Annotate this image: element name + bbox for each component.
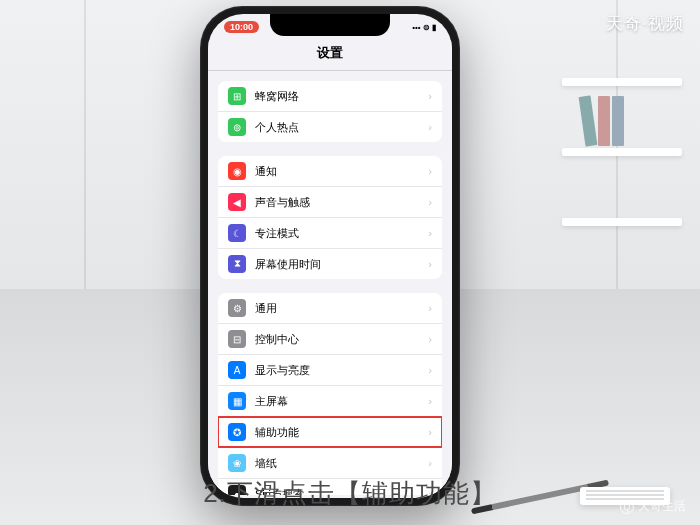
row-label: 个人热点	[255, 120, 428, 135]
accessibility-icon: ✪	[228, 423, 246, 441]
focus-icon: ☾	[228, 224, 246, 242]
wallpaper-icon: ❀	[228, 454, 246, 472]
watermark-bottom-text: 天奇生活	[638, 498, 686, 515]
row-label: 墙纸	[255, 456, 428, 471]
row-label: 蜂窝网络	[255, 89, 428, 104]
settings-row-hotspot[interactable]: ⊚个人热点›	[218, 112, 442, 142]
row-label: 主屏幕	[255, 394, 428, 409]
chevron-right-icon: ›	[428, 121, 432, 133]
chevron-right-icon: ›	[428, 302, 432, 314]
watermark-icon: Q	[620, 500, 634, 514]
phone-screen: 10:00 ••• ⊜ ▮ 设置 ⊞蜂窝网络›⊚个人热点›◉通知›◀声音与触感›…	[208, 14, 452, 498]
cellular-icon: ⊞	[228, 87, 246, 105]
sounds-icon: ◀	[228, 193, 246, 211]
page-title: 设置	[208, 40, 452, 71]
settings-row-screentime[interactable]: ⧗屏幕使用时间›	[218, 249, 442, 279]
control-center-icon: ⊟	[228, 330, 246, 348]
status-time: 10:00	[224, 21, 259, 33]
settings-row-sounds[interactable]: ◀声音与触感›	[218, 187, 442, 218]
chevron-right-icon: ›	[428, 196, 432, 208]
row-label: 显示与亮度	[255, 363, 428, 378]
row-label: 辅助功能	[255, 425, 428, 440]
row-label: 屏幕使用时间	[255, 257, 428, 272]
settings-row-notifications[interactable]: ◉通知›	[218, 156, 442, 187]
watermark-bottom: Q 天奇生活	[620, 498, 686, 515]
settings-row-display[interactable]: A显示与亮度›	[218, 355, 442, 386]
settings-group: ⊞蜂窝网络›⊚个人热点›	[218, 81, 442, 142]
settings-row-wallpaper[interactable]: ❀墙纸›	[218, 448, 442, 479]
settings-row-accessibility[interactable]: ✪辅助功能›	[218, 417, 442, 448]
home-screen-icon: ▦	[228, 392, 246, 410]
chevron-right-icon: ›	[428, 333, 432, 345]
chevron-right-icon: ›	[428, 90, 432, 102]
general-icon: ⚙	[228, 299, 246, 317]
settings-list[interactable]: ⊞蜂窝网络›⊚个人热点›◉通知›◀声音与触感›☾专注模式›⧗屏幕使用时间›⚙通用…	[208, 71, 452, 495]
settings-group: ⚙通用›⊟控制中心›A显示与亮度›▦主屏幕›✪辅助功能›❀墙纸›●Siri与搜索…	[218, 293, 442, 495]
row-label: 专注模式	[255, 226, 428, 241]
settings-row-general[interactable]: ⚙通用›	[218, 293, 442, 324]
row-label: 控制中心	[255, 332, 428, 347]
settings-group: ◉通知›◀声音与触感›☾专注模式›⧗屏幕使用时间›	[218, 156, 442, 279]
row-label: 通用	[255, 301, 428, 316]
row-label: 声音与触感	[255, 195, 428, 210]
phone-notch	[270, 14, 390, 36]
watermark-top: 天奇·视频	[606, 12, 684, 35]
settings-row-home-screen[interactable]: ▦主屏幕›	[218, 386, 442, 417]
hotspot-icon: ⊚	[228, 118, 246, 136]
chevron-right-icon: ›	[428, 426, 432, 438]
chevron-right-icon: ›	[428, 457, 432, 469]
chevron-right-icon: ›	[428, 165, 432, 177]
bookshelf	[562, 78, 682, 238]
display-icon: A	[228, 361, 246, 379]
settings-row-control-center[interactable]: ⊟控制中心›	[218, 324, 442, 355]
instruction-caption: 2.下滑点击【辅助功能】	[203, 476, 497, 511]
settings-row-cellular[interactable]: ⊞蜂窝网络›	[218, 81, 442, 112]
notifications-icon: ◉	[228, 162, 246, 180]
chevron-right-icon: ›	[428, 364, 432, 376]
chevron-right-icon: ›	[428, 227, 432, 239]
settings-row-focus[interactable]: ☾专注模式›	[218, 218, 442, 249]
screentime-icon: ⧗	[228, 255, 246, 273]
chevron-right-icon: ›	[428, 258, 432, 270]
phone-frame: 10:00 ••• ⊜ ▮ 设置 ⊞蜂窝网络›⊚个人热点›◉通知›◀声音与触感›…	[200, 6, 460, 506]
row-label: 通知	[255, 164, 428, 179]
chevron-right-icon: ›	[428, 395, 432, 407]
status-indicators: ••• ⊜ ▮	[412, 23, 436, 32]
